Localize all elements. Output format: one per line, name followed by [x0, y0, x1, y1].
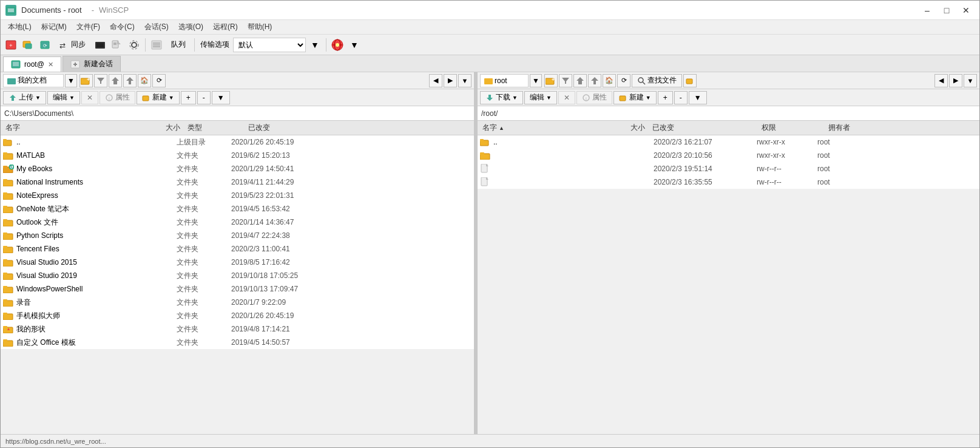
- svg-marker-33: [97, 78, 104, 84]
- find-file-button[interactable]: 查找文件: [632, 74, 682, 87]
- left-properties-button[interactable]: i 属性: [100, 91, 135, 104]
- left-filter-button[interactable]: ▼: [212, 91, 230, 104]
- right-plus-button[interactable]: +: [658, 91, 673, 104]
- table-row[interactable]: .. 2020/2/3 16:21:07 rwxr-xr-x root: [478, 135, 979, 149]
- menu-remote[interactable]: 远程(R): [208, 21, 243, 33]
- right-col-modified[interactable]: 已改变: [650, 123, 759, 133]
- left-location-dropdown[interactable]: ▼: [65, 74, 77, 87]
- toolbar-btn-4[interactable]: [92, 37, 108, 53]
- table-row[interactable]: 自定义 Office 模板 文件夹 2019/4/5 14:50:57: [1, 336, 474, 349]
- table-row[interactable]: 手机模拟大师 文件夹 2020/1/26 20:45:19: [1, 309, 474, 322]
- left-more[interactable]: ▼: [458, 74, 471, 87]
- left-plus-button[interactable]: +: [181, 91, 196, 104]
- file-modified: 2019/10/18 17:05:25: [229, 271, 471, 280]
- left-up[interactable]: [123, 74, 137, 87]
- right-new-button[interactable]: 新建 ▼: [613, 91, 657, 104]
- right-filter[interactable]: [559, 74, 572, 87]
- right-more1[interactable]: [683, 74, 697, 87]
- left-refresh[interactable]: ⟳: [152, 74, 166, 87]
- table-row[interactable]: 我的形状 文件夹 2019/4/8 17:14:21: [1, 322, 474, 336]
- download-button[interactable]: 下载 ▼: [480, 91, 523, 104]
- table-row[interactable]: ↺ My eBooks 文件夹 2020/1/29 14:50:41: [1, 162, 474, 175]
- maximize-button[interactable]: □: [938, 4, 955, 17]
- session-tab[interactable]: root@ ✕: [3, 56, 61, 72]
- menu-help[interactable]: 帮助(H): [243, 21, 277, 33]
- right-filter-button[interactable]: ▼: [689, 91, 707, 104]
- menu-file[interactable]: 文件(F): [72, 21, 105, 33]
- toolbar-btn-1[interactable]: +: [3, 37, 19, 53]
- right-new-folder[interactable]: +: [544, 74, 558, 87]
- right-back[interactable]: ◀: [934, 74, 948, 87]
- left-new-button[interactable]: 新建 ▼: [137, 91, 180, 104]
- queue-button[interactable]: 队列: [166, 37, 191, 53]
- toolbar-btn-5[interactable]: [109, 37, 125, 53]
- new-session-tab[interactable]: 新建会话: [63, 56, 121, 72]
- left-filter[interactable]: [94, 74, 107, 87]
- left-col-size[interactable]: 大小: [137, 123, 185, 133]
- right-col-name[interactable]: 名字 ▲: [480, 123, 601, 133]
- transfer-select[interactable]: 默认: [233, 38, 306, 52]
- minimize-button[interactable]: –: [919, 4, 936, 17]
- table-row[interactable]: 2020/2/3 16:35:55 rw-r--r-- root: [478, 175, 979, 189]
- right-forward[interactable]: ▶: [949, 74, 962, 87]
- table-row[interactable]: NoteExpress 文件夹 2019/5/23 22:01:31: [1, 189, 474, 202]
- right-root[interactable]: [573, 74, 587, 87]
- right-col-perms[interactable]: 权限: [759, 123, 826, 133]
- svg-rect-45: [3, 166, 7, 168]
- right-location-dropdown[interactable]: ▼: [530, 74, 542, 87]
- globe-dropdown[interactable]: ▼: [346, 37, 362, 53]
- right-col-owner[interactable]: 拥有者: [826, 123, 874, 133]
- table-row[interactable]: .. 上级目录 2020/1/26 20:45:19: [1, 135, 474, 149]
- toolbar-btn-2[interactable]: [20, 37, 36, 53]
- toolbar-gear[interactable]: [126, 37, 142, 53]
- right-delete-button[interactable]: ✕: [558, 91, 575, 104]
- menu-mark[interactable]: 标记(M): [36, 21, 72, 33]
- table-row[interactable]: Visual Studio 2019 文件夹 2019/10/18 17:05:…: [1, 269, 474, 282]
- left-col-name[interactable]: 名字: [3, 123, 137, 133]
- table-row[interactable]: Tencent Files 文件夹 2020/2/3 11:00:41: [1, 242, 474, 256]
- left-col-type[interactable]: 类型: [185, 123, 246, 133]
- right-minus-button[interactable]: -: [674, 91, 688, 104]
- folder-icon: [3, 217, 14, 228]
- left-minus-button[interactable]: -: [197, 91, 211, 104]
- table-row[interactable]: Python Scripts 文件夹 2019/4/7 22:24:38: [1, 229, 474, 242]
- table-row[interactable]: Outlook 文件 文件夹 2020/1/14 14:36:47: [1, 216, 474, 229]
- right-refresh[interactable]: ⟳: [617, 74, 630, 87]
- table-row[interactable]: National Instruments 文件夹 2019/4/11 21:44…: [1, 175, 474, 189]
- file-perms: rwxr-xr-x: [754, 138, 815, 146]
- left-forward[interactable]: ▶: [444, 74, 457, 87]
- table-row[interactable]: 2020/2/3 20:10:56 rwxr-xr-x root: [478, 149, 979, 162]
- close-button[interactable]: ✕: [958, 4, 975, 17]
- left-root[interactable]: [109, 74, 122, 87]
- left-delete-button[interactable]: ✕: [81, 91, 98, 104]
- menu-options[interactable]: 选项(O): [174, 21, 208, 33]
- left-home[interactable]: 🏠: [138, 74, 151, 87]
- table-row[interactable]: Visual Studio 2015 文件夹 2019/8/5 17:16:42: [1, 256, 474, 269]
- left-back[interactable]: ◀: [429, 74, 442, 87]
- right-more2[interactable]: ▼: [964, 74, 977, 87]
- upload-button[interactable]: 上传 ▼: [3, 91, 46, 104]
- menu-command[interactable]: 命令(C): [105, 21, 140, 33]
- table-row[interactable]: OneNote 笔记本 文件夹 2019/4/5 16:53:42: [1, 202, 474, 216]
- left-col-modified[interactable]: 已改变: [246, 123, 355, 133]
- tab-close-button[interactable]: ✕: [48, 61, 53, 69]
- transfer-dropdown[interactable]: ▼: [307, 37, 323, 53]
- right-col-size[interactable]: 大小: [601, 123, 650, 133]
- menu-session[interactable]: 会话(S): [140, 21, 174, 33]
- toolbar-btn-3[interactable]: ⟳: [37, 37, 53, 53]
- left-edit-button[interactable]: 编辑 ▼: [47, 91, 80, 104]
- menu-local[interactable]: 本地(L): [3, 21, 36, 33]
- sync-button[interactable]: ⇄ 同步: [54, 37, 91, 53]
- right-path: /root/: [481, 109, 498, 118]
- right-up[interactable]: [588, 74, 601, 87]
- toolbar-queue[interactable]: [149, 37, 164, 53]
- right-edit-button[interactable]: 编辑 ▼: [524, 91, 557, 104]
- right-properties-button[interactable]: i 属性: [576, 91, 612, 104]
- right-home[interactable]: 🏠: [603, 74, 616, 87]
- table-row[interactable]: 录音 文件夹 2020/1/7 9:22:09: [1, 296, 474, 309]
- left-new-folder[interactable]: +: [79, 74, 93, 87]
- table-row[interactable]: MATLAB 文件夹 2019/6/2 15:20:13: [1, 149, 474, 162]
- toolbar-globe[interactable]: [329, 37, 345, 53]
- table-row[interactable]: 2020/2/3 19:51:14 rw-r--r-- root: [478, 162, 979, 175]
- table-row[interactable]: WindowsPowerShell 文件夹 2019/10/13 17:09:4…: [1, 282, 474, 296]
